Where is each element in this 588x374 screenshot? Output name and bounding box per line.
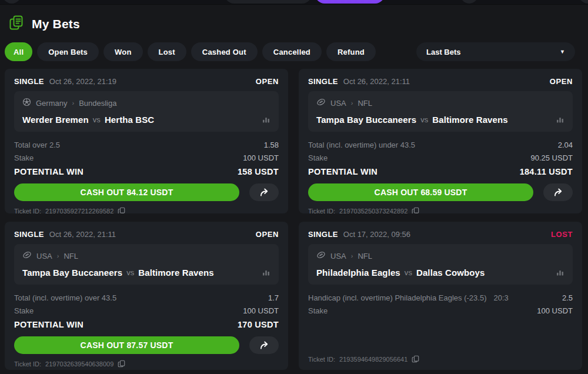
nav-button[interactable] [460,0,478,4]
potential-win-row: POTENTIAL WIN 184.11 USDT [308,164,573,176]
match-stats-icon[interactable] [556,115,564,124]
copy-icon[interactable] [412,355,419,363]
filter-pills: AllOpen BetsWonLostCashed OutCancelledRe… [5,42,376,61]
match-stats-icon[interactable] [262,268,270,277]
league-row: USA › NFL [316,98,564,108]
cash-out-button[interactable]: CASH OUT 84.12 USDT [14,183,239,201]
bet-row: Stake100 USDT [308,304,573,317]
cash-out-button[interactable]: CASH OUT 87.57 USDT [14,336,239,354]
match-panel[interactable]: USA › NFL Tampa Bay Buccaneers vs Baltim… [14,244,279,285]
filter-won[interactable]: Won [103,42,143,61]
potential-win-label: POTENTIAL WIN [14,320,83,329]
page-header: My Bets [5,5,582,41]
away-team: Dallas Cowboys [416,268,485,278]
bet-detail-rows: Total (incl. overtime) under 43.52.04Sta… [308,132,573,164]
home-team: Tampa Bay Buccaneers [22,268,122,278]
filter-cancelled[interactable]: Cancelled [262,42,322,61]
match-panel[interactable]: USA › NFL Philadelphia Eagles vs Dallas … [308,244,573,285]
nav-button-active[interactable] [315,0,385,4]
share-bet-button[interactable] [249,336,279,354]
country-label: USA [330,252,346,261]
ticket-row: Ticket ID: 2197035927212269582 [14,201,279,213]
bet-row-label: Stake [308,153,328,162]
potential-win-label: POTENTIAL WIN [308,167,377,176]
sort-dropdown-value: Last Bets [426,48,461,56]
filter-open-bets[interactable]: Open Bets [37,42,99,61]
ticket-id-value: 2197035250373242892 [339,208,407,214]
nav-button[interactable] [579,0,588,4]
my-bets-page: My Bets AllOpen BetsWonLostCashed OutCan… [0,5,588,370]
vs-label: vs [420,115,428,124]
breadcrumb-separator: › [351,99,353,106]
card-actions: CASH OUT 87.57 USDT [14,336,279,354]
bet-row: Stake90.25 USDT [308,151,573,164]
american-football-icon [22,251,32,261]
potential-win-value: 158 USDT [238,167,279,176]
bet-type-label: SINGLE [308,230,338,239]
bet-date: Oct 26, 2022, 21:19 [49,77,116,86]
ticket-id-label: Ticket ID: [14,208,41,214]
league-label: NFL [358,252,372,261]
copy-icon[interactable] [118,360,125,368]
copy-icon[interactable] [118,207,125,213]
bet-card-header: SINGLE Oct 26, 2022, 21:11 OPEN [14,228,279,244]
american-football-icon [316,98,326,108]
share-arrow-icon [553,188,564,197]
ticket-id-value: 2193594649829056641 [339,356,407,363]
match-row: Werder Bremen vs Hertha BSC [22,115,270,125]
bet-row-label: Total (incl. overtime) under 43.5 [308,141,415,149]
bet-cards-grid: SINGLE Oct 26, 2022, 21:19 OPEN Germany … [5,69,582,370]
match-panel[interactable]: Germany › Bundesliga Werder Bremen vs He… [14,91,279,132]
away-team: Baltimore Ravens [432,115,507,125]
filter-refund[interactable]: Refund [326,42,376,61]
bet-type-label: SINGLE [308,77,338,86]
status-badge: OPEN [550,77,573,86]
bet-row: Stake100 USDT [14,151,279,164]
ticket-id-label: Ticket ID: [14,360,41,368]
potential-win-row: POTENTIAL WIN 158 USDT [14,164,279,176]
bet-detail-rows: Total over 2.51.58Stake100 USDT [14,132,279,164]
status-badge: OPEN [256,77,279,86]
match-panel[interactable]: USA › NFL Tampa Bay Buccaneers vs Baltim… [308,91,573,132]
match-stats-icon[interactable] [556,268,564,277]
share-arrow-icon [259,188,270,197]
bet-date: Oct 26, 2022, 21:11 [49,230,116,239]
nav-button[interactable] [225,0,312,4]
league-row: USA › NFL [316,251,564,261]
filter-all[interactable]: All [5,42,32,61]
bet-row-value: 1.7 [268,293,279,302]
match-stats-icon[interactable] [262,115,270,124]
share-bet-button[interactable] [249,183,279,201]
card-actions: CASH OUT 68.59 USDT [308,183,573,201]
bet-card-header: SINGLE Oct 26, 2022, 21:11 OPEN [308,75,573,91]
bet-row: Stake100 USDT [14,304,279,317]
filter-cashed-out[interactable]: Cashed Out [191,42,258,61]
sort-dropdown[interactable]: Last Bets ▼ [416,42,575,61]
bet-card-header: SINGLE Oct 26, 2022, 21:19 OPEN [14,75,279,91]
bet-card: SINGLE Oct 26, 2022, 21:19 OPEN Germany … [5,69,288,213]
bet-row-label: Handicap (incl. overtime) Philadelphia E… [308,293,486,302]
ticket-id-label: Ticket ID: [308,208,335,214]
status-badge: LOST [551,230,573,239]
vs-label: vs [126,268,134,277]
cash-out-button[interactable]: CASH OUT 68.59 USDT [308,183,533,201]
bet-row-value: 2.04 [558,141,573,149]
bet-row: Total (incl. overtime) over 43.51.7 [14,291,279,304]
filter-lost[interactable]: Lost [148,42,186,61]
country-label: USA [330,99,346,108]
status-badge: OPEN [256,230,279,239]
bet-row-label: Total (incl. overtime) over 43.5 [14,293,116,302]
ticket-id-value: 2197032639540638009 [45,360,113,368]
potential-win-value: 170 USDT [238,320,279,329]
copy-icon[interactable] [412,207,419,213]
bet-row: Total over 2.51.58 [14,138,279,151]
ticket-id-value: 2197035927212269582 [45,208,113,214]
league-label: Bundesliga [79,99,116,108]
bet-card: SINGLE Oct 26, 2022, 21:11 OPEN USA › NF… [299,69,582,213]
bet-card: SINGLE Oct 26, 2022, 21:11 OPEN USA › NF… [5,222,288,370]
top-navbar [0,0,588,5]
away-team: Baltimore Ravens [138,268,213,278]
bet-row-value: 1.58 [264,141,279,149]
share-bet-button[interactable] [543,183,573,201]
bet-row-value: 100 USDT [243,153,279,162]
